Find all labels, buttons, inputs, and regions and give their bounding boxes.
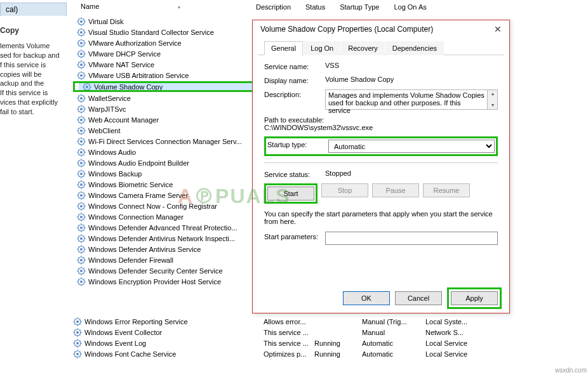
highlight-startup-type: Startup type: Automatic <box>264 136 498 156</box>
service-name: WarpJITSvc <box>88 105 126 113</box>
start-params-hint: You can specify the start parameters tha… <box>264 210 498 225</box>
tab-recovery[interactable]: Recovery <box>341 41 384 55</box>
header-name-label: Name <box>81 3 175 10</box>
column-header-status[interactable]: Status <box>300 0 335 14</box>
gear-icon <box>77 266 86 275</box>
table-row[interactable]: Windows Event Log This service ... Runni… <box>73 338 562 348</box>
cancel-button[interactable]: Cancel <box>395 291 442 305</box>
service-name: WebClient <box>88 127 121 135</box>
column-headers: Description Status Startup Type Log On A… <box>251 0 436 14</box>
service-name: Virtual Disk <box>88 18 123 25</box>
tab-logon[interactable]: Log On <box>304 41 340 55</box>
table-row[interactable]: Windows Error Reporting Service Allows e… <box>73 316 562 327</box>
tab-general[interactable]: General <box>264 41 303 55</box>
table-row[interactable]: Windows Font Cache Service Optimizes p..… <box>73 348 562 359</box>
label-start-parameters: Start parameters: <box>264 232 325 240</box>
gear-icon <box>77 137 86 146</box>
services-rows-behind-dialog: Windows Error Reporting Service Allows e… <box>73 316 562 359</box>
service-name: Windows Encryption Provider Host Service <box>88 278 221 286</box>
service-name: VMware USB Arbitration Service <box>88 72 189 79</box>
gear-icon <box>77 202 86 211</box>
gear-icon <box>73 317 82 326</box>
column-header-logon-as[interactable]: Log On As <box>389 0 436 14</box>
service-description-fragment: lements Volumesed for backup andf this s… <box>0 39 67 117</box>
service-name: VMware DHCP Service <box>88 50 161 58</box>
tab-dependencies[interactable]: Dependencies <box>385 41 444 55</box>
dialog-tabs: General Log On Recovery Dependencies <box>258 37 504 55</box>
column-header-startup-type[interactable]: Startup Type <box>335 0 389 14</box>
gear-icon <box>77 213 86 221</box>
value-service-name: VSS <box>325 62 498 69</box>
gear-icon <box>77 71 86 80</box>
gear-icon <box>77 180 86 189</box>
service-name: Windows Audio <box>88 148 136 156</box>
gear-icon <box>77 245 86 254</box>
service-name: VMware NAT Service <box>88 61 154 69</box>
gear-icon <box>77 234 86 243</box>
value-path: C:\WINDOWS\system32\vssvc.exe <box>264 124 498 131</box>
value-description[interactable]: Manages and implements Volume Shadow Cop… <box>325 89 488 110</box>
gear-icon <box>77 49 86 58</box>
gear-icon <box>73 350 82 359</box>
service-name: Volume Shadow Copy <box>94 83 163 91</box>
cell-description: This service ... <box>264 339 314 347</box>
cell-description: Optimizes p... <box>264 350 314 358</box>
service-name: WalletService <box>88 95 131 102</box>
gear-icon <box>77 191 86 200</box>
cell-description: This service ... <box>264 329 314 336</box>
highlight-apply-button: Apply <box>447 287 502 309</box>
scroll-down-icon[interactable]: ▾ <box>488 102 497 109</box>
column-header-description[interactable]: Description <box>251 0 300 14</box>
start-button[interactable]: Start <box>267 187 314 201</box>
service-name: Windows Biometric Service <box>88 181 173 188</box>
gear-icon <box>77 115 86 124</box>
service-name: Windows Backup <box>88 170 142 178</box>
cell-startup-type: Manual (Trig... <box>362 318 425 326</box>
ok-button[interactable]: OK <box>343 291 390 305</box>
apply-button[interactable]: Apply <box>451 291 498 305</box>
gear-icon <box>77 126 86 135</box>
dialog-title: Volume Shadow Copy Properties (Local Com… <box>260 25 433 34</box>
value-display-name: Volume Shadow Copy <box>325 76 498 83</box>
tab-fragment: cal) <box>0 3 67 16</box>
service-name: Windows Event Log <box>84 339 146 347</box>
dialog-titlebar: Volume Shadow Copy Properties (Local Com… <box>253 20 509 37</box>
pause-button: Pause <box>372 183 419 197</box>
scroll-up-icon[interactable]: ▴ <box>488 90 497 98</box>
description-scrollbar[interactable]: ▴▾ <box>488 89 498 110</box>
service-name: Wi-Fi Direct Services Connection Manager… <box>88 138 242 145</box>
cell-startup-type: Automatic <box>362 350 425 358</box>
value-service-status: Stopped <box>325 169 498 177</box>
service-name: Windows Defender Antivirus Network Inspe… <box>88 235 235 242</box>
gear-icon <box>77 256 86 265</box>
table-row[interactable]: Windows Event Collector This service ...… <box>73 327 562 338</box>
gear-icon <box>73 339 82 348</box>
service-name: Windows Font Cache Service <box>84 350 176 358</box>
cell-status: Running <box>314 350 362 358</box>
service-name: Windows Defender Security Center Service <box>88 267 223 275</box>
service-name: Windows Connection Manager <box>88 213 184 221</box>
label-service-status: Service status: <box>264 169 325 178</box>
gear-icon <box>77 94 86 103</box>
gear-icon <box>77 105 86 114</box>
service-name: Visual Studio Standard Collector Service <box>88 29 214 36</box>
gear-icon <box>77 159 86 168</box>
label-startup-type: Startup type: <box>267 140 328 148</box>
label-path: Path to executable: <box>264 116 498 124</box>
cell-startup-type: Manual <box>362 329 425 336</box>
gear-icon <box>77 169 86 178</box>
start-parameters-input[interactable] <box>325 232 498 245</box>
service-name: Windows Defender Antivirus Service <box>88 246 201 253</box>
gear-icon <box>83 82 91 91</box>
gear-icon <box>77 148 86 157</box>
label-service-name: Service name: <box>264 62 325 70</box>
cell-logon-as: Local Service <box>425 339 489 347</box>
dialog-footer-buttons: OK Cancel Apply <box>343 287 502 309</box>
service-name: Web Account Manager <box>88 116 159 124</box>
label-display-name: Display name: <box>264 76 325 84</box>
service-name: Windows Error Reporting Service <box>84 318 188 326</box>
startup-type-select[interactable]: Automatic <box>328 140 495 153</box>
close-icon[interactable]: ✕ <box>491 24 504 34</box>
cell-logon-as: Local Service <box>425 350 489 358</box>
source-watermark: wsxdn.com <box>555 367 587 374</box>
